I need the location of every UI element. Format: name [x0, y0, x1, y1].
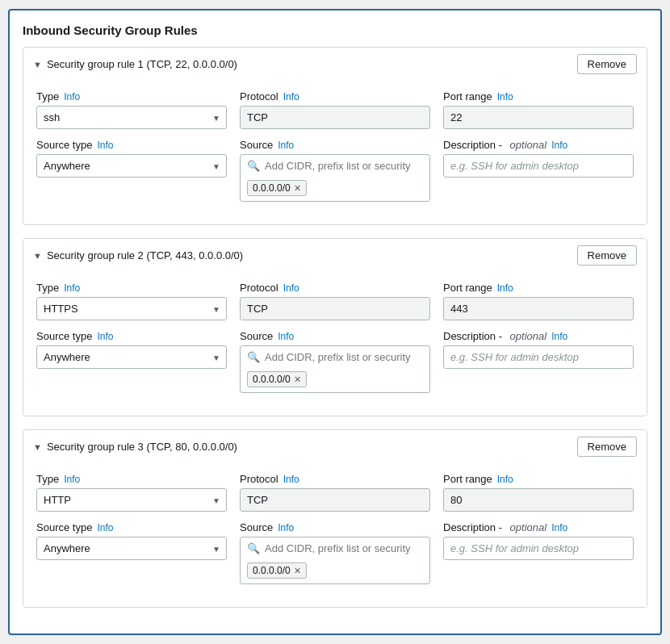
description-info-link-2[interactable]: Info — [551, 331, 567, 342]
protocol-info-link-1[interactable]: Info — [283, 91, 299, 102]
port-info-link-2[interactable]: Info — [497, 282, 513, 294]
source-type-info-link-1[interactable]: Info — [97, 140, 113, 151]
source-type-label-3: Source type Info — [36, 521, 227, 533]
source-label-1: Source Info — [240, 139, 430, 151]
port-info-link-3[interactable]: Info — [497, 474, 513, 485]
source-type-select-3[interactable]: AnywhereCustomMy IP — [36, 537, 227, 560]
source-group-1: Source Info 🔍 0.0.0.0/0 ✕ — [240, 139, 430, 202]
remove-button-3[interactable]: Remove — [577, 437, 637, 457]
source-label-2: Source Info — [240, 330, 430, 342]
fields-row-bottom-2: Source type Info AnywhereCustomMy IP Sou… — [36, 330, 634, 393]
rule-header-left-1: ▼ Security group rule 1 (TCP, 22, 0.0.0.… — [33, 58, 237, 70]
description-optional-text-1: optional — [507, 139, 546, 151]
protocol-info-link-2[interactable]: Info — [283, 282, 299, 294]
rule-header-3: ▼ Security group rule 3 (TCP, 80, 0.0.0.… — [23, 430, 647, 463]
source-type-select-1[interactable]: AnywhereCustomMy IP — [36, 154, 227, 178]
port-label-text-1: Port range — [443, 90, 492, 102]
source-type-select-wrapper-1: AnywhereCustomMy IP — [36, 154, 227, 178]
description-label-2: Description - optional Info — [443, 330, 634, 342]
protocol-input-1 — [240, 106, 430, 129]
source-info-link-1[interactable]: Info — [278, 140, 294, 151]
fields-row-bottom-3: Source type Info AnywhereCustomMy IP Sou… — [36, 521, 634, 584]
source-info-link-2[interactable]: Info — [278, 331, 294, 342]
protocol-label-3: Protocol Info — [240, 473, 430, 485]
description-group-1: Description - optional Info — [443, 139, 634, 202]
port-info-link-1[interactable]: Info — [497, 91, 513, 102]
source-type-info-link-3[interactable]: Info — [97, 522, 113, 533]
type-label-3: Type Info — [36, 473, 227, 485]
rule-header-2: ▼ Security group rule 2 (TCP, 443, 0.0.0… — [23, 239, 647, 272]
source-type-select-wrapper-3: AnywhereCustomMy IP — [36, 537, 227, 560]
fields-row-top-3: Type Info sshHTTPSHTTPCustom TCP Protoco… — [36, 473, 634, 512]
rule-header-left-2: ▼ Security group rule 2 (TCP, 443, 0.0.0… — [33, 249, 243, 261]
source-search-input-2[interactable] — [265, 351, 423, 363]
protocol-label-1: Protocol Info — [240, 90, 430, 102]
description-info-link-3[interactable]: Info — [551, 522, 567, 533]
port-label-text-2: Port range — [443, 282, 492, 294]
rule-body-2: Type Info sshHTTPSHTTPCustom TCP Protoco… — [23, 272, 647, 416]
source-tag-1: 0.0.0.0/0 ✕ — [247, 180, 307, 196]
source-tag-remove-3[interactable]: ✕ — [294, 566, 301, 576]
source-search-3: 🔍 — [241, 537, 429, 559]
source-type-select-wrapper-2: AnywhereCustomMy IP — [36, 345, 227, 369]
rule-title-2: Security group rule 2 (TCP, 443, 0.0.0.0… — [47, 249, 243, 261]
protocol-input-3 — [240, 488, 430, 512]
type-select-wrapper-3: sshHTTPSHTTPCustom TCP — [36, 488, 227, 512]
type-group-2: Type Info sshHTTPSHTTPCustom TCP — [36, 282, 227, 320]
description-label-1: Description - optional Info — [443, 139, 634, 151]
description-input-2[interactable] — [443, 345, 634, 369]
protocol-label-2: Protocol Info — [240, 282, 430, 294]
port-input-2 — [443, 297, 634, 320]
inbound-security-panel: Inbound Security Group Rules ▼ Security … — [8, 9, 662, 635]
description-label-text-1: Description - — [443, 139, 502, 151]
source-type-info-link-2[interactable]: Info — [97, 331, 113, 342]
source-type-group-1: Source type Info AnywhereCustomMy IP — [36, 139, 227, 202]
rule-title-1: Security group rule 1 (TCP, 22, 0.0.0.0/… — [47, 58, 237, 70]
type-group-3: Type Info sshHTTPSHTTPCustom TCP — [36, 473, 227, 512]
type-select-3[interactable]: sshHTTPSHTTPCustom TCP — [36, 488, 227, 512]
description-input-1[interactable] — [443, 154, 634, 178]
port-label-1: Port range Info — [443, 90, 634, 102]
type-info-link-2[interactable]: Info — [64, 282, 80, 294]
description-info-link-1[interactable]: Info — [551, 140, 567, 151]
remove-button-1[interactable]: Remove — [577, 54, 637, 74]
source-search-2: 🔍 — [241, 346, 429, 368]
source-type-group-2: Source type Info AnywhereCustomMy IP — [36, 330, 227, 393]
chevron-icon-3: ▼ — [33, 442, 42, 452]
rule-header-left-3: ▼ Security group rule 3 (TCP, 80, 0.0.0.… — [33, 441, 237, 453]
source-search-1: 🔍 — [241, 155, 429, 177]
type-select-1[interactable]: sshHTTPSHTTPCustom TCP — [36, 106, 227, 129]
type-label-1: Type Info — [36, 90, 227, 102]
source-group-3: Source Info 🔍 0.0.0.0/0 ✕ — [240, 521, 430, 584]
source-tag-value-1: 0.0.0.0/0 — [253, 182, 291, 194]
source-search-input-1[interactable] — [265, 160, 423, 172]
type-info-link-3[interactable]: Info — [64, 474, 80, 485]
protocol-label-text-3: Protocol — [240, 473, 278, 485]
source-tag-value-3: 0.0.0.0/0 — [253, 565, 291, 576]
source-type-select-2[interactable]: AnywhereCustomMy IP — [36, 345, 227, 369]
description-group-3: Description - optional Info — [443, 521, 634, 584]
source-label-text-3: Source — [240, 521, 273, 533]
source-tag-remove-1[interactable]: ✕ — [294, 183, 301, 194]
source-label-3: Source Info — [240, 521, 430, 533]
source-info-link-3[interactable]: Info — [278, 522, 294, 533]
panel-title: Inbound Security Group Rules — [23, 23, 647, 37]
source-tags-3: 0.0.0.0/0 ✕ — [241, 559, 429, 583]
source-type-group-3: Source type Info AnywhereCustomMy IP — [36, 521, 227, 584]
search-icon-1: 🔍 — [247, 160, 260, 172]
search-icon-2: 🔍 — [247, 351, 260, 363]
remove-button-2[interactable]: Remove — [577, 245, 637, 266]
source-tag-remove-2[interactable]: ✕ — [294, 374, 301, 385]
source-type-label-text-2: Source type — [36, 330, 92, 342]
source-search-input-3[interactable] — [265, 542, 423, 554]
fields-row-bottom-1: Source type Info AnywhereCustomMy IP Sou… — [36, 139, 634, 202]
description-input-3[interactable] — [443, 537, 634, 560]
type-info-link-1[interactable]: Info — [64, 91, 80, 102]
protocol-group-2: Protocol Info — [240, 282, 430, 320]
protocol-info-link-3[interactable]: Info — [283, 474, 299, 485]
source-label-text-2: Source — [240, 330, 273, 342]
type-select-2[interactable]: sshHTTPSHTTPCustom TCP — [36, 297, 227, 320]
source-tags-2: 0.0.0.0/0 ✕ — [241, 368, 429, 392]
rule-section-2: ▼ Security group rule 2 (TCP, 443, 0.0.0… — [23, 238, 647, 416]
source-type-label-text-3: Source type — [36, 521, 92, 533]
